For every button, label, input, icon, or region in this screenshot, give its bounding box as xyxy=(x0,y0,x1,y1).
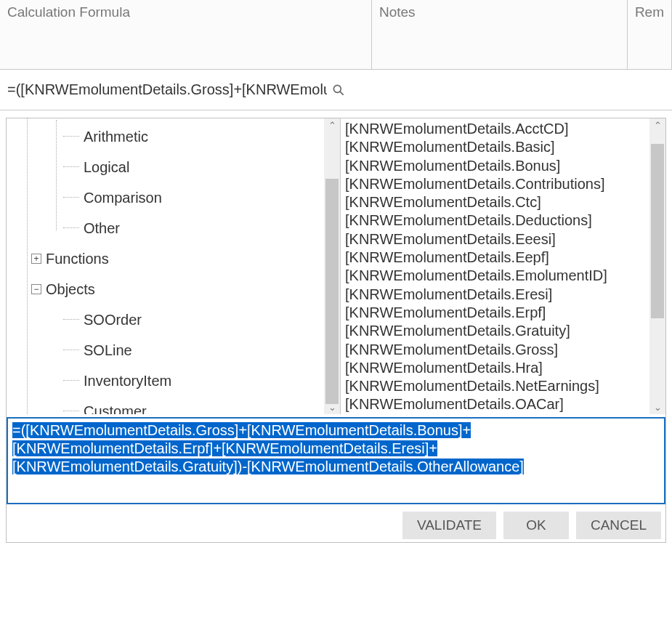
field-item[interactable]: [KNRWEmolumentDetails.OACar] xyxy=(345,395,647,413)
formula-editor-dialog: Calculation Formula Notes Rem Arith xyxy=(0,0,672,547)
chevron-up-icon[interactable]: ⌃ xyxy=(654,118,662,132)
field-item[interactable]: [KNRWEmolumentDetails.Basic] xyxy=(345,138,647,156)
field-item[interactable]: [KNRWEmolumentDetails.Eresi] xyxy=(345,286,647,304)
column-header-reminder[interactable]: Rem xyxy=(628,0,672,69)
fields-panel: [KNRWEmolumentDetails.AcctCD][KNRWEmolum… xyxy=(341,118,665,414)
tree-item-logical[interactable]: Logical xyxy=(17,153,323,181)
tree-scrollbar[interactable]: ⌃ ⌄ xyxy=(324,118,340,414)
ok-button[interactable]: OK xyxy=(503,512,569,539)
formula-compact-input[interactable] xyxy=(6,81,328,99)
field-item[interactable]: [KNRWEmolumentDetails.Gratuity] xyxy=(345,322,647,340)
formula-selected-text[interactable]: =([KNRWEmolumentDetails.Gross]+[KNRWEmol… xyxy=(12,422,524,474)
chevron-down-icon[interactable]: ⌄ xyxy=(654,400,662,414)
column-header-formula[interactable]: Calculation Formula xyxy=(0,0,372,69)
field-item[interactable]: [KNRWEmolumentDetails.Eepf] xyxy=(345,249,647,267)
tree-item-comparison[interactable]: Comparison xyxy=(17,184,323,211)
tree-item-other[interactable]: Other xyxy=(17,214,323,242)
tree-item-functions[interactable]: + Functions xyxy=(17,245,323,272)
cancel-button[interactable]: CANCEL xyxy=(576,512,661,539)
field-item[interactable]: [KNRWEmolumentDetails.Ctc] xyxy=(345,193,647,211)
svg-line-1 xyxy=(340,92,344,95)
field-item[interactable]: [KNRWEmolumentDetails.Contributions] xyxy=(345,175,647,193)
field-item[interactable]: [KNRWEmolumentDetails.AcctCD] xyxy=(345,120,647,138)
scroll-thumb[interactable] xyxy=(325,179,339,404)
search-icon[interactable] xyxy=(331,83,346,97)
field-item[interactable]: [KNRWEmolumentDetails.NetEarnings] xyxy=(345,377,647,395)
field-item[interactable]: [KNRWEmolumentDetails.Gross] xyxy=(345,341,647,359)
fields-scrollbar[interactable]: ⌃ ⌄ xyxy=(649,118,665,414)
plus-icon[interactable]: + xyxy=(31,254,41,264)
scroll-thumb[interactable] xyxy=(651,144,664,318)
chevron-up-icon[interactable]: ⌃ xyxy=(328,118,336,132)
field-item[interactable]: [KNRWEmolumentDetails.Eeesi] xyxy=(345,230,647,249)
minus-icon[interactable]: − xyxy=(31,284,41,294)
tree-item-objects[interactable]: − Objects xyxy=(17,275,323,303)
field-item[interactable]: [KNRWEmolumentDetails.Bonus] xyxy=(345,157,647,175)
formula-compact-row xyxy=(0,70,672,110)
column-header-notes[interactable]: Notes xyxy=(372,0,628,69)
validate-button[interactable]: VALIDATE xyxy=(402,512,496,539)
tree-panel: Arithmetic Logical Comparison Other + Fu… xyxy=(7,118,341,414)
svg-point-0 xyxy=(333,85,341,92)
tree-item-soline[interactable]: SOLine xyxy=(17,336,323,364)
tree-item-soorder[interactable]: SOOrder xyxy=(17,306,323,334)
formula-textarea[interactable]: =([KNRWEmolumentDetails.Gross]+[KNRWEmol… xyxy=(7,417,665,504)
field-item[interactable]: [KNRWEmolumentDetails.Hra] xyxy=(345,359,647,377)
field-item[interactable]: [KNRWEmolumentDetails.EmolumentID] xyxy=(345,267,647,285)
column-headers: Calculation Formula Notes Rem xyxy=(0,0,672,70)
tree-item-arithmetic[interactable]: Arithmetic xyxy=(17,123,323,150)
field-item[interactable]: [KNRWEmolumentDetails.Erpf] xyxy=(345,304,647,322)
field-item[interactable]: [KNRWEmolumentDetails.Deductions] xyxy=(345,211,647,230)
dialog-buttons: VALIDATE OK CANCEL xyxy=(7,504,665,542)
tree-item-inventoryitem[interactable]: InventoryItem xyxy=(17,367,323,395)
tree-item-customer[interactable]: Customer xyxy=(17,397,323,414)
